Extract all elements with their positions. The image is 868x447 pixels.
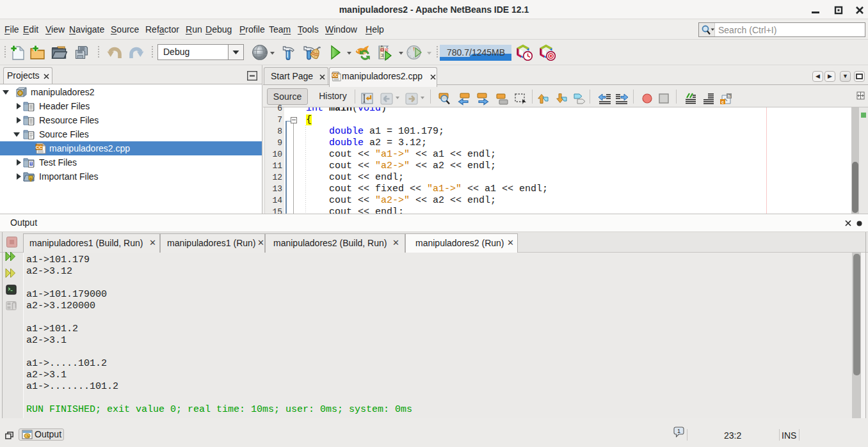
svg-text:h: h (728, 94, 730, 98)
svg-text:CC: CC (332, 73, 339, 77)
svg-text:1: 1 (677, 428, 680, 434)
svg-text:CC: CC (36, 145, 43, 150)
svg-text:3: 3 (381, 52, 384, 58)
svg-text:c: c (721, 100, 724, 104)
